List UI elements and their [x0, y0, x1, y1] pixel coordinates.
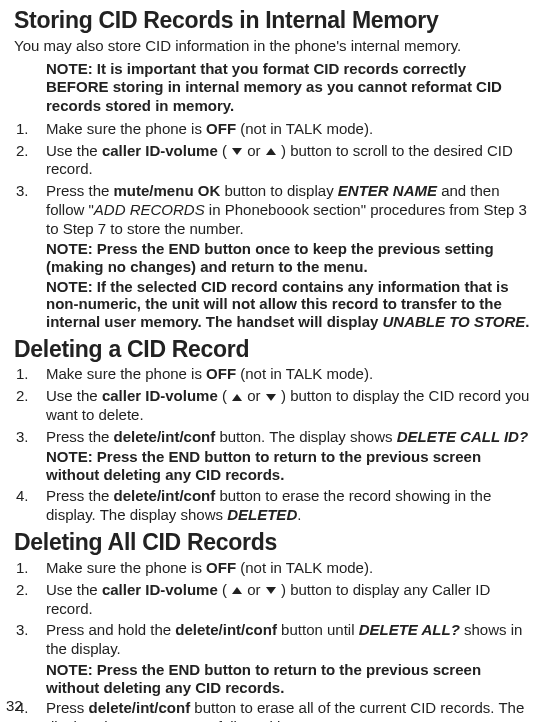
step-text: . — [374, 718, 378, 722]
bold-italic-text: DELETED — [227, 506, 297, 523]
step-number: 1. — [16, 559, 29, 578]
heading-storing-cid: Storing CID Records in Internal Memory — [14, 6, 530, 35]
step-text: Press the — [46, 428, 114, 445]
steps-section3: 1. Make sure the phone is OFF (not in TA… — [14, 559, 530, 722]
note-text: . — [525, 313, 529, 330]
step-text: button until — [277, 621, 359, 638]
steps-section1: 1. Make sure the phone is OFF (not in TA… — [14, 120, 530, 331]
step-text: Make sure the phone is — [46, 120, 206, 137]
list-item: 4. Press delete/int/conf button to erase… — [14, 699, 530, 722]
bold-italic-text: DELETE ALL? — [359, 621, 460, 638]
step-number: 1. — [16, 120, 29, 139]
list-item: 2. Use the caller ID-volume ( or ) butto… — [14, 387, 530, 425]
bold-text: delete/int/conf — [114, 487, 216, 504]
list-item: 2. Use the caller ID-volume ( or ) butto… — [14, 581, 530, 619]
page-number: 32 — [6, 697, 23, 716]
steps-section2: 1. Make sure the phone is OFF (not in TA… — [14, 365, 530, 524]
step-text: followed by — [214, 718, 297, 722]
bold-text: delete/int/conf — [175, 621, 277, 638]
step-text: (not in TALK mode). — [236, 120, 373, 137]
step-number: 2. — [16, 387, 29, 406]
step-number: 2. — [16, 142, 29, 161]
bold-text: OFF — [206, 120, 236, 137]
italic-text: ADD RECORDS — [94, 201, 205, 218]
intro-text: You may also store CID information in th… — [14, 37, 530, 56]
bold-italic-text: DELETED — [144, 718, 214, 722]
note-format: NOTE: It is important that you format CI… — [46, 60, 530, 116]
arrow-up-icon — [232, 394, 242, 401]
sub-note: NOTE: If the selected CID record contain… — [46, 278, 530, 331]
step-text: (not in TALK mode). — [236, 365, 373, 382]
step-text: button to display — [220, 182, 338, 199]
list-item: 4. Press the delete/int/conf button to e… — [14, 487, 530, 525]
bold-text: caller ID-volume — [102, 142, 218, 159]
bold-text: caller ID-volume — [102, 387, 218, 404]
step-number: 3. — [16, 182, 29, 201]
step-text: Press the — [46, 182, 114, 199]
step-text: Press the — [46, 487, 114, 504]
step-text: or — [243, 142, 265, 159]
step-text: Make sure the phone is — [46, 559, 206, 576]
list-item: 2. Use the caller ID-volume ( or ) butto… — [14, 142, 530, 180]
step-text: ( — [218, 142, 231, 159]
step-text: button. The display shows — [215, 428, 397, 445]
bold-text: mute/menu OK — [114, 182, 221, 199]
step-text: . — [297, 506, 301, 523]
sub-note: NOTE: Press the END button to return to … — [46, 661, 530, 696]
step-text: Use the — [46, 142, 102, 159]
list-item: 1. Make sure the phone is OFF (not in TA… — [14, 559, 530, 578]
bold-italic-text: ENTER NAME — [338, 182, 437, 199]
bold-text: delete/int/conf — [114, 428, 216, 445]
arrow-down-icon — [266, 587, 276, 594]
bold-italic-text: NO CALLS — [297, 718, 374, 722]
list-item: 3. Press and hold the delete/int/conf bu… — [14, 621, 530, 696]
step-text: Press and hold the — [46, 621, 175, 638]
step-text: ( — [218, 581, 231, 598]
step-number: 4. — [16, 487, 29, 506]
step-number: 3. — [16, 428, 29, 447]
bold-text: caller ID-volume — [102, 581, 218, 598]
heading-deleting-all-cid: Deleting All CID Records — [14, 528, 530, 557]
heading-deleting-cid: Deleting a CID Record — [14, 335, 530, 364]
step-text: ( — [218, 387, 231, 404]
list-item: 1. Make sure the phone is OFF (not in TA… — [14, 365, 530, 384]
step-text: Use the — [46, 387, 102, 404]
step-text: Press — [46, 699, 89, 716]
step-text: (not in TALK mode). — [236, 559, 373, 576]
list-item: 3. Press the delete/int/conf button. The… — [14, 428, 530, 484]
bold-italic-text: UNABLE TO STORE — [382, 313, 525, 330]
bold-text: OFF — [206, 559, 236, 576]
sub-note: NOTE: Press the END button once to keep … — [46, 240, 530, 275]
step-number: 2. — [16, 581, 29, 600]
step-number: 3. — [16, 621, 29, 640]
list-item: 3. Press the mute/menu OK button to disp… — [14, 182, 530, 331]
step-text: or — [243, 387, 265, 404]
arrow-up-icon — [232, 587, 242, 594]
arrow-down-icon — [232, 148, 242, 155]
step-text: Use the — [46, 581, 102, 598]
bold-text: delete/int/conf — [89, 699, 191, 716]
bold-text: OFF — [206, 365, 236, 382]
sub-note: NOTE: Press the END button to return to … — [46, 448, 530, 483]
bold-italic-text: DELETE CALL ID? — [397, 428, 528, 445]
arrow-up-icon — [266, 148, 276, 155]
step-number: 1. — [16, 365, 29, 384]
step-text: or — [243, 581, 265, 598]
arrow-down-icon — [266, 394, 276, 401]
step-text: Make sure the phone is — [46, 365, 206, 382]
list-item: 1. Make sure the phone is OFF (not in TA… — [14, 120, 530, 139]
